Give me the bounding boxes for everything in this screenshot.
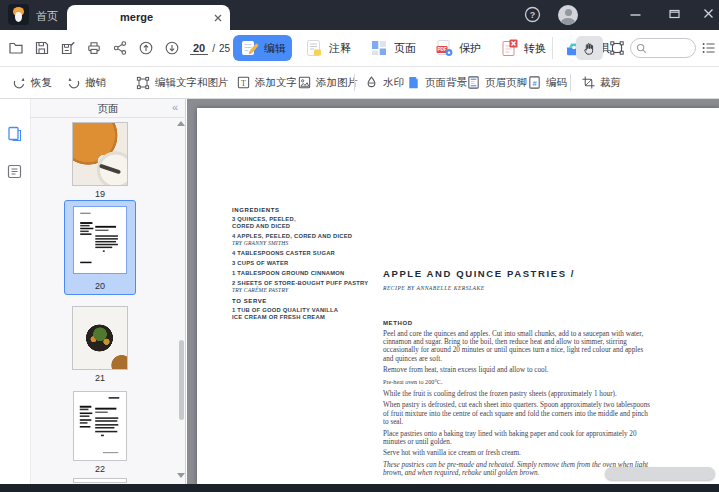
header-footer-button[interactable]: 页眉页脚 [466,67,527,98]
panel-scrollbar-thumb[interactable] [179,340,184,420]
ingredient-item: 3 QUINCES, PEELED, CORED AND DICED [232,216,382,230]
page-19-label: 19 [72,189,128,199]
ingredients-heading: INGREDIENTS [232,207,382,213]
protect-tab-label: 保护 [459,41,481,56]
add-text-button[interactable]: T 添加文字 [236,67,297,98]
page-20-label: 20 [64,281,136,291]
thumbnail-page-21[interactable] [72,306,128,370]
svg-text:#: # [532,79,537,88]
tab-edit[interactable]: 编辑 [233,35,292,61]
close-button[interactable] [703,8,714,19]
thumbnails-icon [6,125,24,143]
to-serve-item: 1 TUB OF GOOD QUALITY VANILLA ICE CREAM … [232,307,382,321]
edit-tab-label: 编辑 [264,41,286,56]
app-logo-icon[interactable] [8,4,29,25]
add-image-button[interactable]: 添加图片 [297,67,358,98]
recipe-title: APPLE AND QUINCE PASTRIES / [383,268,575,279]
open-file-icon[interactable] [8,40,24,56]
ingredient-item: 4 TABLESPOONS CASTER SUGAR [232,250,382,257]
page-21-label: 21 [72,373,128,383]
search-input[interactable] [650,43,692,54]
outline-icon [6,163,23,180]
undo-button[interactable]: 撤销 [66,67,106,98]
scrollbar-up-arrow[interactable] [177,121,185,126]
method-paragraph: Serve hot with vanilla ice cream or fres… [383,449,655,457]
search-box[interactable] [630,38,696,58]
search-icon [636,43,647,54]
document-tab[interactable]: merge [67,5,230,30]
selection-handles-icon [135,75,151,91]
bates-number-button[interactable]: # 编码 [527,67,567,98]
home-button[interactable]: 首页 [36,9,58,24]
hand-icon [582,41,597,56]
ingredient-item: 1 TABLESPOON GROUND CINNAMON [232,270,382,277]
titlebar: 首页 merge ? [0,0,719,30]
edit-toolbar: 恢复 撤销 编辑文字和图片 T 添加文字 添加图片 水印 页面背景 页 [0,67,719,99]
hand-tool-button[interactable] [576,36,603,60]
thumbnail-page-23-partial[interactable] [73,478,127,483]
scrollbar-down-arrow[interactable] [177,473,185,478]
ingredient-note: TRY CARÊME PASTRY [232,287,382,294]
divider [552,37,553,59]
collapse-panel-icon[interactable]: « [172,101,178,113]
ingredients-section: INGREDIENTS 3 QUINCES, PEELED, CORED AND… [232,207,382,294]
thumbnails-panel-button[interactable] [6,125,24,143]
share-icon[interactable] [112,40,128,56]
method-section: METHOD Peel and core the quinces and app… [383,320,655,481]
thumbnail-page-19[interactable] [72,122,128,186]
crop-icon [581,75,596,90]
save-icon[interactable] [34,40,50,56]
app-window: 首页 merge ? [0,0,719,492]
crop-button[interactable]: 裁剪 [581,67,621,98]
comment-tab-icon [304,38,324,58]
window-bottom-edge [0,484,719,492]
header-footer-icon [466,75,481,90]
page-background-button[interactable]: 页面背景 [406,67,467,98]
method-paragraph: Pre-heat oven to 200°C. [383,378,655,386]
page-separator: / [212,43,215,54]
ribbon-tabs: 编辑 注释 页面 PDF 保护 转换 工具 [233,33,617,63]
mini-text-page [74,392,126,460]
page-background-icon [406,75,421,90]
watermark-button[interactable]: 水印 [364,67,404,98]
thumbnail-page-20[interactable] [73,206,127,274]
help-icon[interactable]: ? [524,6,541,23]
ingredient-note: TRY GRANNY SMITHS [232,240,382,247]
undo-icon [66,75,81,90]
droplet-icon [364,75,379,90]
thumbnail-page-22[interactable] [73,391,127,461]
redo-button[interactable]: 恢复 [12,67,52,98]
minimize-button[interactable] [630,11,641,19]
tab-comment[interactable]: 注释 [298,35,357,61]
tab-protect[interactable]: PDF 保护 [428,35,487,61]
outline-panel-button[interactable] [6,163,24,181]
document-viewer[interactable]: INGREDIENTS 3 QUINCES, PEELED, CORED AND… [187,99,719,484]
horizontal-scrollbar-thumb[interactable] [605,467,715,480]
method-paragraph: Remove from heat, strain excess liquid a… [383,366,655,374]
main-toolbar: 20 / 25 编辑 注释 页面 PDF 保护 [0,30,719,67]
svg-text:?: ? [530,10,536,20]
edit-text-image-button[interactable]: 编辑文字和图片 [135,67,229,98]
svg-text:PDF: PDF [437,47,446,52]
protect-tab-icon: PDF [434,38,454,58]
print-icon[interactable] [86,40,102,56]
current-page-input[interactable]: 20 [190,42,208,55]
tab-title: merge [67,11,206,23]
sidebar-rail [0,99,30,484]
ingredient-item: 2 SHEETS OF STORE-BOUGHT PUFF PASTRY TRY… [232,280,382,294]
svg-text:T: T [241,79,246,88]
next-page-icon[interactable] [164,40,180,56]
text-icon: T [236,75,251,90]
user-avatar[interactable] [558,5,578,25]
maximize-button[interactable] [669,8,680,19]
tab-close-icon[interactable] [213,13,223,23]
panel-title: 页面 [30,102,186,116]
tab-convert[interactable]: 转换 [493,35,552,61]
image-icon [297,75,312,90]
save-as-icon[interactable] [60,40,76,56]
view-options-icon[interactable] [701,40,717,56]
tab-page[interactable]: 页面 [363,35,422,61]
method-heading: METHOD [383,320,655,326]
previous-page-icon[interactable] [138,40,154,56]
select-transform-icon[interactable] [608,39,626,57]
